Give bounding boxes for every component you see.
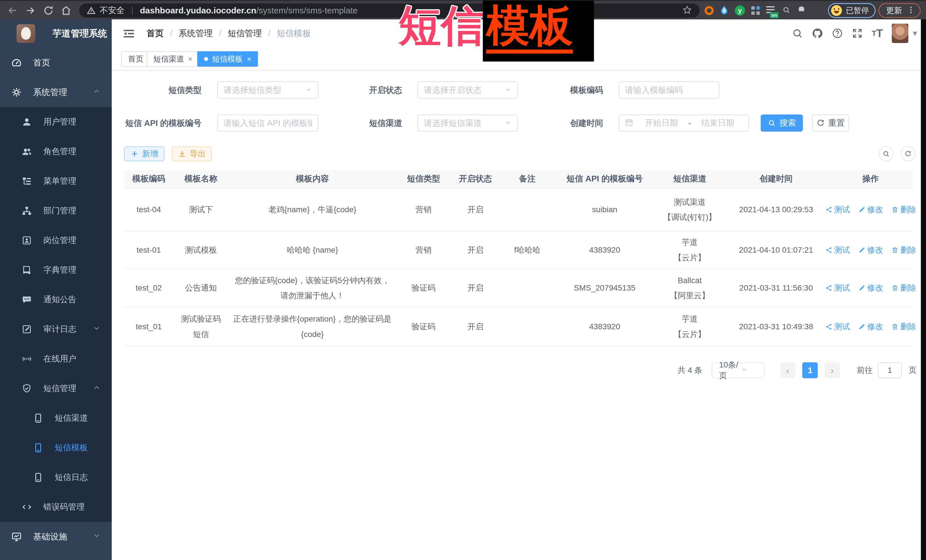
- breadcrumb-item[interactable]: 首页: [147, 28, 163, 39]
- search-icon[interactable]: [787, 20, 808, 47]
- sidebar-item[interactable]: 短信日志: [0, 463, 112, 492]
- browser-update-button[interactable]: 更新: [878, 3, 921, 18]
- close-tab-icon[interactable]: ×: [188, 55, 192, 63]
- help-icon[interactable]: [828, 20, 847, 47]
- cell-remark: [501, 189, 554, 231]
- goto-page-input[interactable]: 1: [878, 362, 902, 378]
- sms-type-select[interactable]: [217, 82, 318, 98]
- sidebar-item[interactable]: 短信渠道: [0, 403, 112, 433]
- delete-link[interactable]: 删除: [891, 319, 916, 334]
- channel-select[interactable]: [418, 115, 518, 131]
- tab-sms-template[interactable]: 短信模板×: [197, 51, 258, 66]
- sidebar-item[interactable]: 短信管理: [0, 374, 112, 403]
- sidebar-item[interactable]: 角色管理: [0, 137, 112, 166]
- avatar-caret-icon[interactable]: ▼: [911, 29, 918, 38]
- user-avatar[interactable]: [892, 24, 908, 43]
- sidebar-item[interactable]: 审计日志: [0, 314, 112, 344]
- sidebar-item[interactable]: 系统管理: [0, 77, 112, 107]
- extension-tool-icon[interactable]: [782, 6, 791, 15]
- date-start-placeholder[interactable]: 开始日期: [636, 117, 687, 129]
- logo[interactable]: 芋道管理系统: [0, 20, 112, 48]
- github-icon[interactable]: [808, 20, 828, 47]
- delete-link[interactable]: 删除: [891, 202, 916, 217]
- template-code-field[interactable]: [619, 82, 719, 98]
- browser-profile-button[interactable]: 已暂停: [828, 3, 876, 18]
- extension-green-icon[interactable]: y: [735, 5, 745, 16]
- tab-home[interactable]: 首页: [121, 51, 150, 66]
- page-size-select[interactable]: 10条/页: [712, 362, 765, 378]
- test-link[interactable]: 测试: [825, 280, 850, 295]
- sidebar-item[interactable]: 岗位管理: [0, 226, 112, 255]
- date-end-placeholder[interactable]: 结束日期: [692, 117, 743, 129]
- date-range-picker[interactable]: 开始日期 - 结束日期: [619, 115, 749, 131]
- filter-label: 创建时间: [523, 115, 603, 131]
- column-header: 模板编码: [123, 170, 174, 188]
- export-button[interactable]: 导出: [172, 146, 212, 161]
- security-label[interactable]: 不安全: [100, 5, 124, 16]
- browser-reload-icon[interactable]: [43, 5, 54, 16]
- font-size-icon[interactable]: TT: [867, 20, 887, 47]
- extension-orange-icon[interactable]: [705, 6, 714, 15]
- sidebar-item[interactable]: 通知公告: [0, 285, 112, 314]
- breadcrumb-item[interactable]: 系统管理: [179, 28, 213, 39]
- extension-grid-icon[interactable]: [751, 6, 760, 15]
- edit-link[interactable]: 修改: [858, 280, 883, 295]
- table-search-toggle-button[interactable]: [879, 146, 894, 161]
- sidebar-item[interactable]: 菜单管理: [0, 166, 112, 196]
- browser-forward-icon[interactable]: [24, 5, 36, 16]
- next-page-button[interactable]: ›: [825, 362, 840, 378]
- test-link[interactable]: 测试: [825, 242, 850, 258]
- sidebar-item[interactable]: 短信模板: [0, 433, 112, 463]
- fullscreen-icon[interactable]: [847, 20, 867, 47]
- sidebar-item[interactable]: 字典管理: [0, 255, 112, 285]
- edit-icon: [858, 284, 865, 292]
- browser-menu-icon[interactable]: [906, 6, 915, 15]
- status-select[interactable]: [418, 82, 518, 98]
- test-link[interactable]: 测试: [825, 202, 850, 217]
- search-icon: [767, 119, 776, 127]
- sidebar-item[interactable]: 用户管理: [0, 107, 112, 137]
- tab-sms-channel[interactable]: 短信渠道×: [147, 51, 199, 66]
- sidebar-item[interactable]: 基础设施: [0, 522, 112, 551]
- delete-link[interactable]: 删除: [891, 280, 916, 295]
- breadcrumb-item[interactable]: 短信管理: [228, 28, 262, 39]
- extension-drop-icon[interactable]: [720, 5, 728, 16]
- api-template-id-input[interactable]: [223, 118, 313, 128]
- date-separator: -: [687, 118, 692, 128]
- delete-link[interactable]: 删除: [891, 242, 916, 258]
- extension-list-icon[interactable]: on: [766, 6, 776, 15]
- search-button[interactable]: 搜索: [761, 115, 803, 131]
- status-input[interactable]: [423, 85, 502, 95]
- filter-label: 短信 API 的模板编号: [122, 115, 201, 131]
- template-code-input[interactable]: [625, 85, 714, 95]
- sidebar-item[interactable]: 在线用户: [0, 344, 112, 374]
- cell-actions: 测试修改删除: [828, 307, 913, 346]
- add-button[interactable]: 新增: [124, 146, 165, 161]
- collapse-sidebar-icon[interactable]: [123, 27, 135, 40]
- edit-link[interactable]: 修改: [858, 202, 883, 217]
- prev-page-button[interactable]: ‹: [780, 362, 796, 378]
- edit-link[interactable]: 修改: [858, 319, 883, 334]
- chevron-down-icon: [740, 365, 760, 376]
- cell-name: 测试下: [174, 189, 228, 231]
- browser-home-icon[interactable]: [61, 5, 72, 16]
- sidebar-item[interactable]: 部门管理: [0, 196, 112, 226]
- edit-link[interactable]: 修改: [858, 242, 883, 258]
- breadcrumb-separator: /: [170, 29, 172, 38]
- dashboard-icon: [10, 56, 23, 69]
- reset-button[interactable]: 重置: [812, 115, 849, 131]
- channel-input[interactable]: [423, 118, 502, 128]
- sidebar-item[interactable]: 错误码管理: [0, 492, 112, 522]
- browser-back-icon[interactable]: [7, 5, 18, 16]
- api-template-id-field[interactable]: [217, 115, 318, 131]
- address-bar[interactable]: 不安全 dashboard.yudao.iocoder.cn/system/sm…: [79, 3, 700, 18]
- bookmark-star-icon[interactable]: [682, 5, 692, 16]
- test-link[interactable]: 测试: [825, 319, 850, 334]
- extensions-puzzle-icon[interactable]: [797, 5, 806, 16]
- sms-type-input[interactable]: [223, 85, 303, 95]
- close-tab-icon[interactable]: ×: [247, 55, 251, 63]
- page-unit-label: 页: [909, 362, 917, 378]
- table-refresh-button[interactable]: [901, 146, 915, 161]
- sidebar-item[interactable]: 首页: [0, 48, 112, 77]
- current-page-button[interactable]: 1: [802, 362, 818, 378]
